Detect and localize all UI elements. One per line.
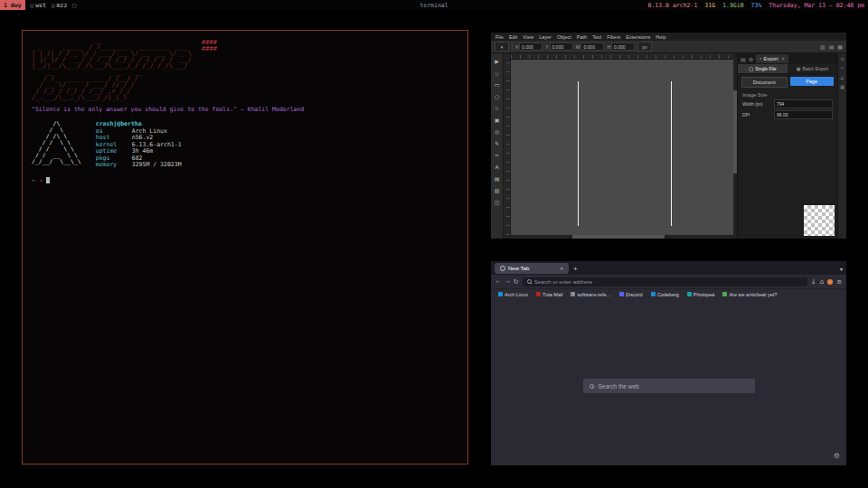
- y-input[interactable]: 0.000: [550, 42, 573, 51]
- units-dropdown[interactable]: px: [637, 42, 652, 52]
- snap-icon[interactable]: ⊙: [840, 56, 844, 61]
- dropper-tool-icon[interactable]: ◫: [492, 196, 502, 207]
- vertical-scrollbar[interactable]: [733, 53, 737, 239]
- menu-file[interactable]: File: [495, 34, 504, 40]
- address-bar[interactable]: Search or enter address: [523, 277, 807, 286]
- export-icon: ↑: [760, 56, 762, 61]
- menu-text[interactable]: Text: [592, 34, 601, 40]
- menu-icon[interactable]: ≡: [836, 278, 842, 286]
- fetch-output: /\ / \ / /\ \ / / \ \ / / \ \ / / __ \ \…: [32, 121, 458, 169]
- menu-extensions[interactable]: Extensions: [626, 34, 650, 40]
- dock-dialog-icon[interactable]: ▤: [741, 56, 746, 62]
- home-icon[interactable]: ⌂: [820, 278, 824, 286]
- width-input[interactable]: 0.000: [580, 42, 604, 51]
- tab-single-file[interactable]: ▢ Single File: [738, 64, 788, 73]
- snap-controls-bar: ⊙ ⌗ ∠ ▦: [837, 53, 846, 239]
- ellipse-tool-icon[interactable]: ○: [492, 90, 502, 101]
- back-icon[interactable]: ←: [495, 278, 501, 286]
- toolbar-icon[interactable]: ▤: [829, 43, 835, 50]
- menu-layer[interactable]: Layer: [539, 34, 552, 40]
- terminal-quote: "Silence is the only answer you should g…: [32, 106, 458, 113]
- horizontal-ruler[interactable]: [511, 53, 733, 60]
- snap-icon[interactable]: ∠: [840, 75, 844, 80]
- x-input[interactable]: 0.000: [519, 42, 542, 51]
- spiral-tool-icon[interactable]: ◎: [492, 126, 502, 136]
- bookmark-codeberg[interactable]: Codeberg: [651, 292, 679, 297]
- horizontal-scrollbar[interactable]: [504, 235, 733, 239]
- selection-dropdown[interactable]: ▾: [495, 42, 509, 52]
- document-button[interactable]: Document: [741, 77, 788, 88]
- status-battery: 73%: [751, 2, 762, 9]
- terminal-banner: __ _ _____ / /________ ____ ___ ___ | | …: [32, 38, 458, 101]
- menu-view[interactable]: View: [523, 34, 533, 40]
- bookmark-tuta-mail[interactable]: Tuta Mail: [536, 292, 562, 297]
- export-tab-label: Export: [764, 56, 778, 61]
- vscroll-thumb[interactable]: [733, 90, 737, 174]
- selector-tool-icon[interactable]: ▶: [492, 55, 502, 66]
- menu-object[interactable]: Object: [557, 34, 571, 40]
- forward-icon[interactable]: →: [505, 278, 510, 286]
- menu-filters[interactable]: Filters: [607, 34, 620, 40]
- snap-icon[interactable]: ⌗: [841, 65, 844, 71]
- bookmark-arch-linux[interactable]: Arch Linux: [498, 292, 528, 297]
- hscroll-thumb[interactable]: [572, 235, 665, 239]
- tab-close-icon[interactable]: ×: [560, 266, 563, 271]
- downloads-icon[interactable]: ↓: [811, 278, 816, 286]
- list-all-tabs-icon[interactable]: ▾: [840, 266, 843, 272]
- ascii-banner: __ _ _____ / /________ ____ ___ ___ | | …: [32, 38, 458, 101]
- bookmark-photopea[interactable]: Photopea: [687, 292, 715, 297]
- tab-batch-export[interactable]: ▣ Batch Export: [788, 64, 837, 73]
- close-icon[interactable]: ×: [781, 56, 784, 61]
- height-input[interactable]: 0.000: [611, 42, 635, 51]
- pen-tool-icon[interactable]: ✑: [492, 149, 502, 160]
- web-search-input[interactable]: Search the web: [583, 379, 755, 393]
- toolbar-separator: [512, 42, 513, 51]
- vertical-ruler[interactable]: [504, 60, 511, 235]
- layout-symbol: □: [72, 2, 76, 9]
- workspace-tag[interactable]: 1 dwy: [0, 0, 25, 10]
- rectangle-tool-icon[interactable]: ▭: [492, 79, 502, 89]
- shell-prompt[interactable]: ~ ›: [32, 177, 458, 184]
- favicon: [498, 292, 503, 296]
- customize-gear-icon[interactable]: ⚙: [834, 452, 840, 460]
- bookmark-anticheat[interactable]: Are we anticheat yet?: [722, 292, 777, 297]
- new-tab-button[interactable]: +: [573, 265, 578, 273]
- box3d-tool-icon[interactable]: ▣: [492, 114, 502, 125]
- terminal-window[interactable]: __ _ _____ / /________ ____ ___ ___ | | …: [22, 30, 468, 465]
- menu-edit[interactable]: Edit: [509, 34, 517, 40]
- node-tool-icon[interactable]: ◇: [492, 67, 502, 78]
- statusbar-window-mzz[interactable]: ◫ mzz: [52, 2, 67, 9]
- bookmarks-bar: Arch Linux Tuta Mail software-refe… Disc…: [491, 289, 846, 299]
- dock-dialog-icon[interactable]: ⚙: [749, 56, 753, 62]
- star-tool-icon[interactable]: ☆: [492, 102, 502, 113]
- mesh-tool-icon[interactable]: ▧: [492, 184, 502, 195]
- batch-export-icon: ▣: [797, 66, 801, 71]
- window-label: wst: [35, 2, 46, 9]
- bookmark-discord[interactable]: Discord: [619, 292, 643, 297]
- export-width-input[interactable]: 794: [774, 99, 833, 108]
- browser-nav-bar: ← → ↻ Search or enter address ↓ ⌂ ≡: [491, 275, 846, 289]
- reload-icon[interactable]: ↻: [514, 278, 519, 286]
- drawing-canvas[interactable]: [511, 60, 733, 235]
- bookmark-software-refe[interactable]: software-refe…: [571, 292, 611, 297]
- export-dock-tab[interactable]: ↑ Export ×: [756, 54, 788, 63]
- search-icon: [590, 384, 594, 389]
- statusbar-window-wst[interactable]: ◫ wst: [31, 2, 46, 9]
- page-button[interactable]: Page: [790, 77, 835, 86]
- menu-help[interactable]: Help: [656, 34, 665, 40]
- export-dpi-row: DPI 96.00: [738, 109, 837, 120]
- menu-path[interactable]: Path: [577, 34, 587, 40]
- toolbar-icon[interactable]: ▥: [820, 43, 826, 50]
- profile-avatar[interactable]: [827, 279, 833, 285]
- export-dpi-input[interactable]: 96.00: [774, 110, 833, 119]
- gradient-tool-icon[interactable]: ▤: [492, 173, 502, 183]
- canvas-body: [504, 60, 733, 235]
- snap-icon[interactable]: ▦: [840, 84, 844, 89]
- toolbar-icon[interactable]: ▦: [837, 43, 843, 50]
- window-icon: ◫: [52, 2, 55, 8]
- pencil-tool-icon[interactable]: ✎: [492, 137, 502, 148]
- favicon: [651, 292, 656, 296]
- browser-window: New Tab × + ▾ ← → ↻ Search or enter addr…: [491, 261, 846, 465]
- active-tab[interactable]: New Tab ×: [495, 263, 569, 274]
- text-tool-icon[interactable]: A: [492, 161, 502, 172]
